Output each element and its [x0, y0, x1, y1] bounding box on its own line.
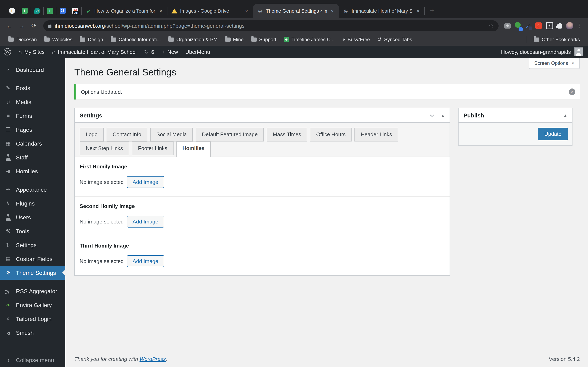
- ubermenu-menu[interactable]: UberMenu: [182, 46, 214, 58]
- browser-tab-2[interactable]: Images - Google Drive ✕: [167, 4, 253, 18]
- tab-default-featured-image[interactable]: Default Featured Image: [196, 128, 264, 142]
- updates-menu[interactable]: ↻6: [140, 46, 158, 58]
- extensions-puzzle-icon[interactable]: [557, 24, 562, 29]
- bookmark-busy-free[interactable]: ◑Busy/Free: [339, 35, 373, 43]
- my-sites-menu[interactable]: ⌂My Sites: [15, 46, 48, 58]
- panel-gear-icon[interactable]: ⚙: [429, 112, 434, 118]
- browser-tab-1[interactable]: ✔ How to Organize a Team for Lo ✕: [82, 4, 167, 18]
- leaf-icon: ❧: [4, 302, 12, 308]
- other-bookmarks[interactable]: Other Bookmarks: [530, 35, 583, 43]
- sidebar-item-rss-aggregator[interactable]: RSS Aggregator: [0, 284, 65, 298]
- bookmark-folder-org-pm[interactable]: Organization & PM: [165, 35, 221, 43]
- sidebar-item-forms[interactable]: ≡Forms: [0, 109, 65, 123]
- tab-header-links[interactable]: Header Links: [355, 128, 398, 142]
- forward-button[interactable]: →: [16, 20, 27, 31]
- screenshot-extension-icon[interactable]: [504, 23, 511, 28]
- wordpress-link[interactable]: WordPress: [139, 356, 166, 362]
- sidebar-item-appearance[interactable]: ✒Appearance: [0, 183, 65, 197]
- site-name-menu[interactable]: ⌂Immaculate Heart of Mary School: [48, 46, 140, 58]
- sidebar-item-smush[interactable]: ▼Smush: [0, 326, 65, 340]
- collapse-menu-button[interactable]: ◀Collapse menu: [0, 353, 65, 367]
- plus-disc-icon: +: [9, 8, 15, 14]
- key-icon: ♀: [4, 316, 12, 322]
- flame-extension-icon[interactable]: ♨: [535, 22, 542, 29]
- bookmark-folder-diocesan[interactable]: Diocesan: [5, 35, 40, 43]
- bookmark-folder-catholic[interactable]: Catholic Informati...: [107, 35, 164, 43]
- add-image-button-2[interactable]: Add Image: [127, 216, 164, 227]
- tab-office-hours[interactable]: Office Hours: [310, 128, 352, 142]
- sidebar-item-homilies[interactable]: ◀Homilies: [0, 164, 65, 178]
- screen-options-button[interactable]: Screen Options▼: [529, 58, 580, 69]
- sidebar-item-dashboard[interactable]: ◔Dashboard: [0, 63, 65, 77]
- sidebar-item-posts[interactable]: ✎Posts: [0, 81, 65, 95]
- tab-footer-links[interactable]: Footer Links: [132, 142, 173, 155]
- pinned-tab-sheets-2[interactable]: +: [44, 5, 56, 17]
- sidebar-item-media[interactable]: ♫Media: [0, 95, 65, 109]
- plugin-icon: ϟ: [4, 200, 12, 207]
- bookmark-folder-support[interactable]: Support: [248, 35, 279, 43]
- tab-contact-info[interactable]: Contact Info: [107, 128, 147, 142]
- howdy-label: Howdy, diocesan-grandrapids: [501, 49, 571, 55]
- sidebar-item-calendars[interactable]: ▦Calendars: [0, 137, 65, 150]
- new-tab-button[interactable]: +: [426, 5, 438, 17]
- tab-mass-times[interactable]: Mass Times: [267, 128, 307, 142]
- bookmark-star-icon[interactable]: ☆: [489, 22, 494, 29]
- back-button[interactable]: ←: [4, 20, 15, 31]
- tab-logo[interactable]: Logo: [80, 128, 104, 142]
- close-tab-icon[interactable]: ✕: [158, 8, 163, 14]
- wp-logo-menu[interactable]: W: [0, 46, 15, 58]
- address-bar[interactable]: ihm.diocesanweb.org/school/wp-admin/admi…: [43, 20, 499, 31]
- profile-avatar[interactable]: [566, 22, 573, 29]
- pinned-tab-voice[interactable]: ✆: [31, 5, 43, 17]
- password-vault-icon[interactable]: ✱|: [546, 22, 553, 29]
- sidebar-item-tools[interactable]: ⚒Tools: [0, 224, 65, 238]
- tab-next-step-links[interactable]: Next Step Links: [80, 142, 129, 155]
- sidebar-item-plugins[interactable]: ϟPlugins: [0, 197, 65, 210]
- dismiss-notice-icon[interactable]: ✕: [569, 89, 575, 95]
- bookmark-timeline[interactable]: +Timeline James C...: [280, 35, 338, 43]
- update-button[interactable]: Update: [538, 128, 568, 140]
- pinned-tab-calendar[interactable]: 23: [56, 5, 69, 17]
- sidebar-item-envira-gallery[interactable]: ❧Envira Gallery: [0, 298, 65, 312]
- bookmark-folder-mine[interactable]: Mine: [222, 35, 247, 43]
- panel-collapse-icon[interactable]: ▲: [563, 113, 567, 117]
- sidebar-item-pages[interactable]: ❐Pages: [0, 123, 65, 137]
- browser-tab-active[interactable]: ⊕ Theme General Settings ‹ Imm ✕: [253, 4, 339, 18]
- bookmark-label: Diocesan: [16, 36, 37, 42]
- sidebar-item-staff[interactable]: Staff: [0, 150, 65, 164]
- sidebar-item-custom-fields[interactable]: ▤Custom Fields: [0, 252, 65, 266]
- close-tab-icon[interactable]: ✕: [415, 8, 421, 14]
- sidebar-item-tailored-login[interactable]: ♀Tailored Login: [0, 312, 65, 326]
- bookmark-synced-tabs[interactable]: ↺Synced Tabs: [374, 35, 415, 43]
- bookmark-folder-websites[interactable]: Websites: [41, 35, 76, 43]
- status-extension-icon[interactable]: 8: [515, 22, 521, 29]
- lock-icon[interactable]: [48, 25, 52, 28]
- browser-window: + + ✆ + 23 M20+ ✔ How to Organize a Team…: [0, 0, 588, 367]
- tab-social-media[interactable]: Social Media: [150, 128, 193, 142]
- add-image-button-3[interactable]: Add Image: [127, 255, 164, 267]
- close-tab-icon[interactable]: ✕: [330, 8, 335, 14]
- reload-button[interactable]: ⟳: [29, 20, 39, 31]
- no-image-status: No image selected: [80, 179, 123, 185]
- sidebar-item-settings[interactable]: ⇅Settings: [0, 238, 65, 252]
- howdy-account-menu[interactable]: Howdy, diocesan-grandrapids: [496, 47, 588, 56]
- browser-menu-icon[interactable]: ⋮: [577, 22, 582, 29]
- sidebar-item-users[interactable]: Users: [0, 210, 65, 224]
- browser-tab-4[interactable]: ⊕ Immaculate Heart of Mary Sch ✕: [339, 4, 425, 18]
- new-content-menu[interactable]: +New: [158, 46, 182, 58]
- panel-collapse-icon[interactable]: ▲: [441, 113, 445, 117]
- tab-homilies[interactable]: Homilies: [176, 142, 210, 157]
- pinned-tab-sheets-1[interactable]: +: [18, 5, 31, 17]
- tab-separator: [424, 7, 425, 15]
- site-name-label: Immaculate Heart of Mary School: [58, 49, 137, 55]
- sidebar-item-theme-settings[interactable]: ⚙Theme Settings: [0, 266, 65, 280]
- colorpicker-extension-icon[interactable]: [525, 22, 531, 29]
- add-image-button-1[interactable]: Add Image: [127, 176, 164, 188]
- pinned-tab-google-plus[interactable]: +: [6, 5, 18, 17]
- close-tab-icon[interactable]: ✕: [244, 8, 249, 14]
- bookmark-folder-design[interactable]: Design: [76, 35, 106, 43]
- pinned-tab-gmail[interactable]: M20+: [69, 5, 81, 17]
- sheets-icon: +: [21, 8, 27, 14]
- success-notice: Options Updated. ✕: [74, 84, 580, 100]
- folder-icon: [534, 37, 539, 42]
